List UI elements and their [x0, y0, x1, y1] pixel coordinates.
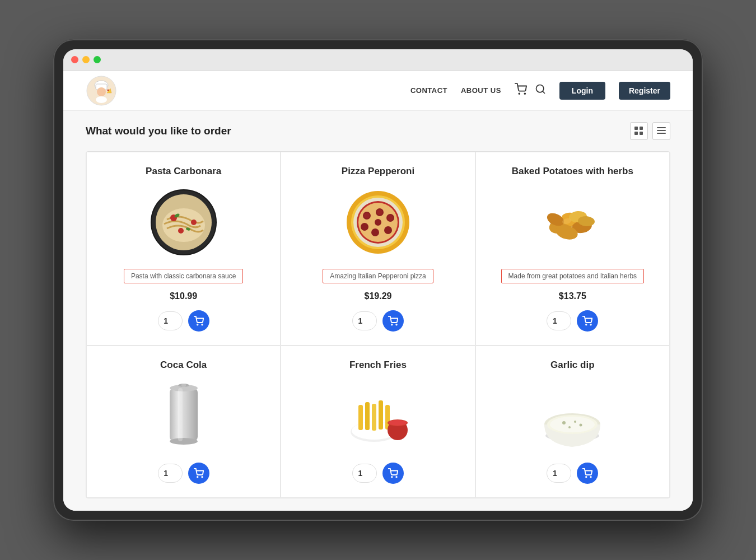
- product-name-dip: Garlic dip: [550, 360, 594, 371]
- svg-point-83: [586, 477, 587, 478]
- product-image-dip: [536, 380, 609, 452]
- navbar: CONTACT ABOUT US: [63, 71, 693, 111]
- svg-point-54: [591, 324, 592, 325]
- svg-rect-12: [640, 127, 643, 130]
- product-image-pizza: [342, 186, 414, 259]
- qty-input-pizza[interactable]: [352, 311, 377, 330]
- svg-point-40: [364, 213, 370, 218]
- svg-rect-16: [657, 130, 666, 131]
- svg-point-20: [162, 208, 205, 242]
- qty-input-potatoes[interactable]: [547, 311, 571, 330]
- svg-point-37: [371, 228, 379, 236]
- add-cart-pizza[interactable]: [382, 310, 404, 332]
- svg-point-23: [178, 228, 184, 234]
- logo-area: [86, 75, 117, 106]
- svg-point-41: [377, 209, 382, 215]
- svg-point-42: [388, 215, 393, 221]
- product-actions-cola: [158, 463, 209, 484]
- minimize-button[interactable]: [82, 56, 90, 63]
- fullscreen-button[interactable]: [94, 56, 101, 63]
- svg-line-10: [543, 91, 545, 94]
- product-card-french-fries: French Fries: [281, 346, 475, 498]
- svg-rect-55: [170, 388, 198, 441]
- svg-point-43: [391, 324, 393, 325]
- svg-point-22: [191, 220, 197, 225]
- browser-content: CONTACT ABOUT US: [63, 71, 693, 511]
- product-price-pizza: $19.29: [365, 291, 392, 301]
- logo: [86, 75, 117, 106]
- svg-point-44: [396, 324, 397, 325]
- close-button[interactable]: [71, 56, 78, 63]
- svg-point-79: [562, 421, 566, 424]
- qty-input-dip[interactable]: [547, 464, 571, 483]
- svg-rect-15: [657, 127, 666, 128]
- svg-point-59: [170, 438, 198, 445]
- add-cart-fries[interactable]: [382, 463, 404, 484]
- product-card-pizza-pepperoni: Pizza Pepperoni: [281, 152, 475, 346]
- svg-point-53: [586, 324, 587, 325]
- svg-rect-60: [178, 388, 183, 441]
- svg-point-73: [391, 477, 393, 478]
- product-actions-pasta: [158, 310, 209, 332]
- section-header: What would you like to order: [86, 122, 670, 140]
- add-cart-cola[interactable]: [188, 463, 209, 484]
- nav-about[interactable]: ABOUT US: [461, 86, 501, 95]
- product-card-coca-cola: Coca Cola: [86, 346, 281, 498]
- product-name-potatoes: Baked Potatoes with herbs: [512, 166, 633, 177]
- svg-rect-68: [379, 400, 383, 430]
- login-button[interactable]: Login: [559, 82, 605, 100]
- list-view-button[interactable]: [652, 122, 670, 140]
- product-image-pasta: [147, 186, 220, 259]
- product-image-cola: [147, 380, 220, 452]
- svg-point-7: [519, 93, 520, 94]
- traffic-lights: [71, 56, 101, 63]
- svg-point-78: [550, 417, 595, 432]
- qty-input-fries[interactable]: [352, 464, 377, 483]
- register-button[interactable]: Register: [619, 82, 670, 100]
- product-grid: Pasta Carbonara: [86, 151, 670, 498]
- svg-point-82: [568, 426, 571, 428]
- product-name-pasta: Pasta Carbonara: [146, 166, 221, 177]
- svg-rect-17: [657, 133, 666, 134]
- product-name-pizza: Pizza Pepperoni: [342, 166, 414, 177]
- device-frame: CONTACT ABOUT US: [53, 39, 703, 521]
- product-image-fries: [342, 380, 414, 452]
- add-cart-potatoes[interactable]: [577, 310, 598, 332]
- svg-rect-58: [181, 384, 186, 387]
- svg-point-74: [396, 477, 397, 478]
- nav-contact[interactable]: CONTACT: [410, 86, 447, 95]
- product-actions-potatoes: [547, 310, 598, 332]
- add-cart-dip[interactable]: [577, 463, 598, 484]
- svg-point-27: [202, 324, 203, 325]
- product-image-potatoes: [536, 186, 609, 259]
- device-screen: CONTACT ABOUT US: [63, 49, 693, 511]
- product-actions-dip: [547, 463, 598, 484]
- view-controls: [630, 122, 670, 140]
- add-cart-pasta[interactable]: [188, 310, 209, 332]
- product-price-potatoes: $13.75: [559, 291, 586, 301]
- svg-rect-67: [372, 404, 376, 431]
- svg-point-26: [197, 324, 198, 325]
- product-desc-potatoes: Made from great potatoes and Italian her…: [501, 269, 644, 283]
- svg-rect-14: [640, 132, 643, 135]
- cart-icon[interactable]: [515, 83, 527, 98]
- product-card-baked-potatoes: Baked Potatoes with herbs: [475, 152, 670, 346]
- product-desc-pizza: Amazing Italian Pepperoni pizza: [323, 269, 433, 283]
- svg-point-6: [108, 89, 109, 91]
- svg-point-81: [580, 424, 582, 427]
- svg-point-39: [375, 219, 381, 226]
- product-actions-fries: [352, 463, 404, 484]
- qty-input-pasta[interactable]: [158, 311, 183, 330]
- svg-point-72: [389, 420, 407, 426]
- search-icon[interactable]: [535, 83, 546, 97]
- svg-point-36: [384, 226, 392, 234]
- nav-icons: [515, 83, 546, 98]
- qty-input-cola[interactable]: [158, 464, 183, 483]
- svg-rect-66: [365, 402, 370, 430]
- svg-point-8: [524, 93, 525, 94]
- svg-point-3: [97, 87, 106, 96]
- grid-view-button[interactable]: [630, 122, 648, 140]
- product-card-pasta-carbonara: Pasta Carbonara: [86, 152, 281, 346]
- svg-rect-65: [358, 405, 363, 430]
- svg-rect-13: [634, 132, 638, 135]
